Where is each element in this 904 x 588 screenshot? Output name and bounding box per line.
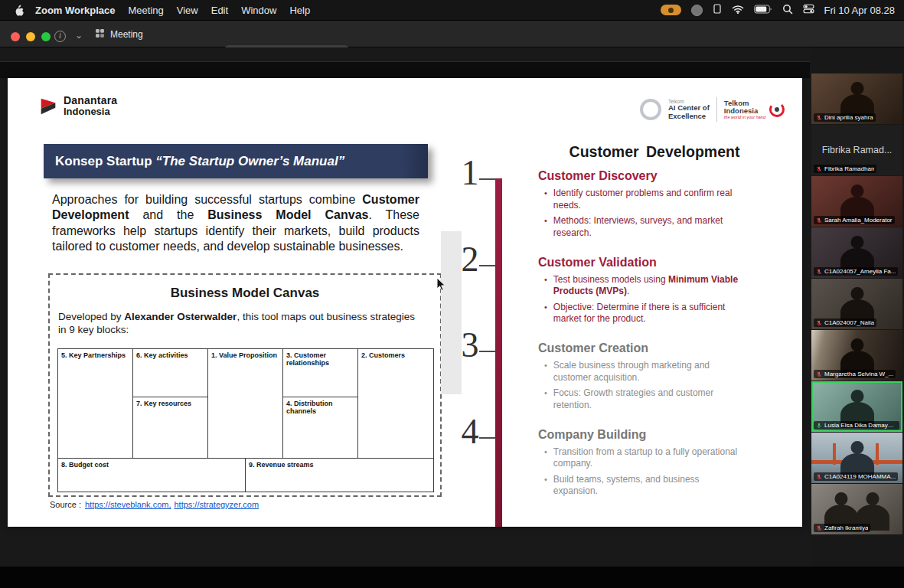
text-segment: Focus: Growth strategies and customer re… bbox=[553, 387, 713, 410]
logo-divider bbox=[716, 97, 717, 122]
zoom-main-area: Danantara Indonesia Telkom AI Center of … bbox=[0, 47, 904, 567]
person-head bbox=[850, 287, 863, 300]
apple-menu-icon[interactable] bbox=[14, 5, 24, 16]
bullet-text: Build teams, systems, and business expan… bbox=[553, 474, 745, 498]
muted-mic-icon bbox=[816, 217, 822, 224]
shared-slide: Danantara Indonesia Telkom AI Center of … bbox=[8, 78, 802, 527]
text-segment: Developed by bbox=[58, 311, 124, 322]
menu-view[interactable]: View bbox=[177, 5, 198, 16]
bridge-tower bbox=[833, 443, 836, 465]
participant-tile[interactable]: Lusia Elsa Dika Damayanty bbox=[811, 381, 902, 432]
spotlight-search-icon[interactable] bbox=[782, 4, 793, 17]
participant-name: Sarah Amalia_Moderator bbox=[824, 217, 893, 224]
bmc-title: Business Model Canvas bbox=[50, 286, 440, 301]
business-model-canvas-box: Business Model Canvas Developed by Alexa… bbox=[48, 273, 442, 497]
step-tick-line bbox=[479, 437, 495, 439]
participant-tile[interactable]: Sarah Amalia_Moderator bbox=[811, 176, 902, 227]
source-link: https://strategyzer.com bbox=[174, 500, 259, 509]
step-heading: Customer Discovery bbox=[538, 164, 781, 183]
bmc-cell-budget: 8. Budget cost bbox=[58, 459, 246, 492]
macos-menubar: Zoom Workplace MeetingViewEditWindowHelp… bbox=[0, 0, 904, 21]
bullet-item: •Objective: Determine if there is a suff… bbox=[544, 302, 745, 325]
muted-mic-icon bbox=[816, 474, 822, 480]
window-controls bbox=[11, 32, 51, 41]
participant-tile[interactable]: Fibrika Ramad...Fibrika Ramadhan bbox=[811, 125, 902, 175]
bullet-text: Identify customer problems and confirm r… bbox=[553, 188, 745, 211]
participant-tile[interactable]: C1A024119 MOHAMMA... bbox=[811, 433, 902, 483]
meeting-tab-group[interactable]: Meeting bbox=[95, 21, 143, 47]
minimize-window-button[interactable] bbox=[26, 32, 35, 41]
participant-name-label: C1A024007_Naila bbox=[814, 318, 876, 327]
participant-name: C1A024007_Naila bbox=[824, 319, 874, 326]
participant-tile[interactable]: Margaretha Selvina W_... bbox=[811, 330, 902, 381]
bullet-marker: • bbox=[544, 188, 547, 211]
muted-mic-icon bbox=[816, 371, 822, 377]
close-window-button[interactable] bbox=[11, 32, 20, 41]
battery-icon[interactable] bbox=[754, 5, 772, 16]
bullet-item: •Methods: Interviews, surveys, and marke… bbox=[544, 215, 745, 239]
participant-tile[interactable]: C1A024057_Ameylia Fa... bbox=[811, 227, 902, 278]
menubar-menus: MeetingViewEditWindowHelp bbox=[129, 5, 311, 16]
bullet-item: •Identify customer problems and confirm … bbox=[544, 188, 745, 211]
user-circle-icon[interactable] bbox=[691, 5, 703, 16]
participant-name: Dini aprilia syahra bbox=[824, 114, 873, 121]
bullet-marker: • bbox=[544, 387, 547, 411]
menu-help[interactable]: Help bbox=[289, 5, 310, 16]
telkom-swoosh-icon bbox=[769, 101, 785, 118]
participant-tile[interactable]: Dini aprilia syahra bbox=[811, 74, 902, 124]
bullet-item: •Transition from a startup to a fully op… bbox=[544, 446, 745, 470]
bottom-black-bar bbox=[0, 567, 904, 588]
step-heading: Customer Creation bbox=[538, 336, 781, 355]
slide-title-text: Konsep Startup “The Startup Owner’s Manu… bbox=[55, 154, 344, 168]
participant-name-label: Fibrika Ramadhan bbox=[814, 165, 876, 173]
step-tick-line bbox=[479, 178, 495, 180]
recording-dot-icon bbox=[668, 8, 674, 13]
danantara-mark-icon bbox=[38, 96, 58, 117]
chevron-down-icon[interactable]: ⌄ bbox=[75, 30, 83, 41]
text-segment: Konsep Startup bbox=[55, 154, 155, 168]
muted-mic-icon bbox=[816, 525, 822, 531]
bmc-description: Developed by Alexander Osterwalder, this… bbox=[58, 311, 415, 337]
person-head bbox=[850, 338, 863, 351]
bullet-text: Methods: Interviews, surveys, and market… bbox=[553, 215, 745, 239]
person-head bbox=[850, 441, 863, 454]
text-segment: . bbox=[627, 286, 629, 296]
bullet-text: Objective: Determine if there is a suffi… bbox=[553, 302, 745, 325]
wifi-icon[interactable] bbox=[732, 5, 744, 16]
participant-name: Zafirah Ikramiya bbox=[824, 524, 868, 531]
text-segment: Alexander Osterwalder bbox=[124, 311, 237, 322]
participant-name-label: Lusia Elsa Dika Damayanty bbox=[814, 421, 899, 430]
telkom-tagline: the world in your hand bbox=[724, 115, 765, 119]
step-number: 3 bbox=[453, 328, 487, 363]
info-icon[interactable]: i bbox=[54, 31, 66, 42]
step-bullet-list: •Test business models using Minimum Viab… bbox=[544, 274, 745, 325]
fullscreen-window-button[interactable] bbox=[41, 32, 51, 41]
control-center-icon[interactable] bbox=[803, 3, 814, 17]
danantara-logo: Danantara Indonesia bbox=[38, 95, 117, 117]
bmc-grid: 5. Key Partnerships6. Key activities7. K… bbox=[57, 348, 434, 492]
bmc-cell-value: 1. Value Proposition bbox=[208, 349, 283, 459]
bullet-text: Focus: Growth strategies and customer re… bbox=[553, 387, 745, 411]
menu-meeting[interactable]: Meeting bbox=[129, 5, 164, 16]
participant-strip: Dini aprilia syahraFibrika Ramad...Fibri… bbox=[811, 74, 902, 534]
customer-dev-step-2: 2Customer Validation•Test business model… bbox=[452, 250, 781, 337]
menubar-clock[interactable]: Fri 10 Apr 08.28 bbox=[824, 5, 896, 16]
display-icon[interactable] bbox=[713, 4, 722, 16]
menubar-app-name[interactable]: Zoom Workplace bbox=[35, 5, 116, 16]
menu-edit[interactable]: Edit bbox=[211, 5, 228, 16]
aicoe-ring-icon bbox=[640, 99, 661, 120]
step-bullet-list: •Transition from a startup to a fully op… bbox=[544, 446, 745, 498]
participant-tile[interactable]: Zafirah Ikramiya bbox=[811, 484, 902, 534]
share-region-top bbox=[0, 61, 810, 78]
menu-window[interactable]: Window bbox=[241, 5, 276, 16]
partner-logos: Telkom AI Center of Excellence Telkom In… bbox=[640, 93, 785, 126]
bmc-cell-customers: 2. Customers bbox=[358, 349, 433, 459]
bullet-item: •Build teams, systems, and business expa… bbox=[544, 474, 745, 498]
participant-name: Lusia Elsa Dika Damayanty bbox=[824, 422, 897, 429]
participant-tile[interactable]: C1A024007_Naila bbox=[811, 279, 902, 329]
recording-indicator-pill[interactable] bbox=[661, 5, 681, 15]
aicoe-line2: Excellence bbox=[668, 113, 710, 121]
bullet-marker: • bbox=[544, 446, 547, 470]
source-links: https://steveblank.com,https://strategyz… bbox=[85, 500, 259, 509]
bullet-marker: • bbox=[544, 360, 547, 384]
